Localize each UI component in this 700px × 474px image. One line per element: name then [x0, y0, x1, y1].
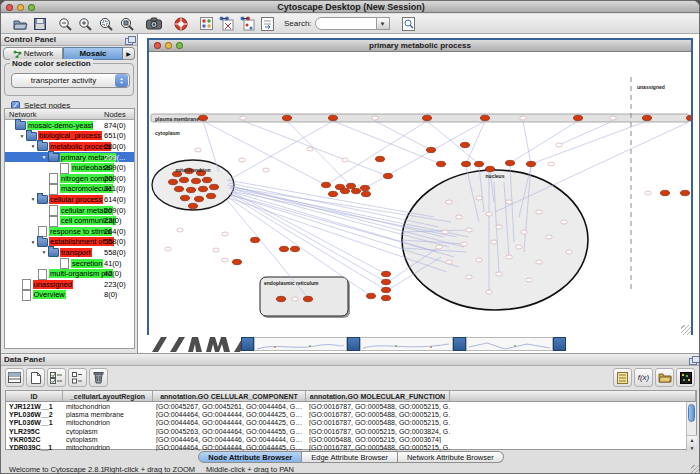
graph-node-unmatched[interactable] — [222, 258, 228, 262]
graph-node-selected-attribute[interactable] — [480, 115, 489, 120]
tree-item-biological-process[interactable]: ▼biological_process651(0) — [5, 131, 134, 142]
graph-node-selected-attribute[interactable] — [168, 179, 177, 184]
graph-node-selected-attribute[interactable] — [321, 182, 330, 187]
column-header[interactable]: annotation.GO CELLULAR_COMPONENT — [153, 391, 306, 401]
graph-node-selected-attribute[interactable] — [282, 115, 291, 120]
network-overlay-b-button[interactable] — [240, 16, 255, 32]
zoom-fit-button[interactable] — [119, 16, 134, 32]
tree-item-cellular-process[interactable]: ▼cellular process614(0) — [5, 194, 134, 205]
graph-node-unmatched[interactable] — [307, 147, 313, 151]
graph-node-selected-attribute[interactable] — [340, 188, 349, 193]
help-button[interactable] — [174, 16, 188, 32]
graph-node-unmatched[interactable] — [561, 220, 567, 224]
graph-node-selected-attribute[interactable] — [460, 142, 469, 147]
network-canvas[interactable]: plasma membranecytoplasmmitochondrionnuc… — [149, 52, 691, 335]
graph-node-unmatched[interactable] — [521, 230, 527, 234]
graph-node-unmatched[interactable] — [292, 297, 298, 301]
delete-attribute-button[interactable] — [89, 368, 108, 387]
graph-node-selected-attribute[interactable] — [191, 178, 200, 183]
graph-node-unmatched[interactable] — [491, 240, 497, 244]
import-attributes-button[interactable] — [655, 368, 674, 387]
scrollbar-arrows[interactable]: ▲▼ — [687, 435, 697, 451]
background-window-fragment[interactable] — [241, 337, 254, 351]
tree-item-transport[interactable]: ▼transport558(0) — [5, 247, 134, 258]
graph-node-unmatched[interactable] — [456, 215, 462, 219]
attribute-table-button[interactable] — [5, 368, 24, 387]
table-row[interactable]: YLR295Ccytoplasm[GO:0045263, GO:0044464,… — [6, 427, 696, 435]
graph-node-unmatched[interactable] — [436, 245, 442, 249]
float-panel-icon[interactable] — [125, 36, 134, 44]
graph-node-selected-attribute[interactable] — [202, 177, 211, 182]
graph-node-selected-attribute[interactable] — [680, 190, 689, 195]
open-session-button[interactable] — [13, 16, 28, 32]
graph-node-unmatched[interactable] — [526, 278, 532, 282]
graph-node-unmatched[interactable] — [546, 235, 552, 239]
graph-node-selected-attribute[interactable] — [209, 184, 218, 189]
background-window-fragment[interactable] — [553, 337, 566, 351]
color-attribute-dropdown[interactable]: transporter activity ▲▼ — [11, 73, 130, 88]
graph-node-unmatched[interactable] — [506, 255, 512, 259]
zoom-in-button[interactable] — [78, 16, 92, 32]
graph-node-unmatched[interactable] — [496, 225, 502, 229]
graph-node-unmatched[interactable] — [536, 210, 542, 214]
graph-node-selected-attribute[interactable] — [188, 203, 197, 208]
graph-node-unmatched[interactable] — [536, 260, 542, 264]
graph-node-selected-attribute[interactable] — [573, 115, 582, 120]
float-panel-icon[interactable] — [689, 356, 698, 364]
tree-item-primary-metabol[interactable]: ▼primary metabol209(... — [5, 152, 134, 163]
tree-item-overview[interactable]: Overview8(0) — [5, 290, 134, 301]
zoom-out-button[interactable] — [58, 16, 72, 32]
search-options-button[interactable] — [402, 16, 415, 32]
tree-item-unassigned[interactable]: unassigned223(0) — [5, 279, 134, 290]
graph-node-unmatched[interactable] — [556, 143, 562, 147]
tree-item-multi-organism-pro[interactable]: multi-organism pro42(0) — [5, 268, 134, 279]
scrollbar-thumb[interactable] — [688, 404, 695, 422]
graph-node-unmatched[interactable] — [610, 116, 616, 120]
tab-network-attribute-browser[interactable]: Network Attribute Browser — [398, 451, 504, 463]
graph-node-unmatched[interactable] — [372, 116, 378, 120]
tree-item-response-to-stimul[interactable]: response to stimul264(0) — [5, 226, 134, 237]
graph-node-selected-attribute[interactable] — [198, 186, 207, 191]
tree-item-mosaic-demo-yeast[interactable]: mosaic-demo-yeast874(0) — [5, 120, 134, 131]
background-window-fragment[interactable] — [254, 337, 347, 351]
network-window-titlebar[interactable]: primary metabolic process — [149, 40, 691, 52]
graph-node-selected-attribute[interactable] — [290, 246, 299, 251]
app-resize-grip[interactable] — [691, 465, 700, 474]
graph-node-selected-attribute[interactable] — [436, 161, 445, 166]
column-header[interactable]: _cellularLayoutRegion — [63, 391, 153, 401]
expand-arrow-icon[interactable]: ▼ — [29, 196, 37, 202]
background-window-fragment[interactable] — [466, 337, 553, 351]
graph-node-selected-attribute[interactable] — [328, 191, 337, 196]
graph-node-selected-attribute[interactable] — [381, 287, 390, 292]
graph-node-selected-attribute[interactable] — [360, 185, 369, 190]
expand-arrow-icon[interactable]: ▼ — [40, 154, 48, 160]
tab-overflow-button[interactable]: ▶ — [123, 47, 135, 60]
tree-item-macromolecule[interactable]: macromolecule311(0) — [5, 184, 134, 195]
graph-node-unmatched[interactable] — [442, 230, 448, 234]
graph-node-unmatched[interactable] — [566, 250, 572, 254]
graph-node-selected-attribute[interactable] — [351, 188, 360, 193]
select-attributes-button[interactable] — [47, 368, 66, 387]
graph-node-unmatched[interactable] — [548, 162, 554, 166]
graph-node-selected-attribute[interactable] — [180, 195, 189, 200]
graph-node-unmatched[interactable] — [496, 272, 502, 276]
expand-arrow-icon[interactable]: ▼ — [40, 249, 48, 255]
graph-node-unmatched[interactable] — [446, 200, 452, 204]
tree-item-nucleobase-[interactable]: nucleobase-209(0) — [5, 162, 134, 173]
graph-node-selected-attribute[interactable] — [174, 186, 183, 191]
graph-node-selected-attribute[interactable] — [303, 296, 312, 301]
graph-node-selected-attribute[interactable] — [660, 190, 669, 195]
graph-node-unmatched[interactable] — [486, 290, 492, 294]
table-row[interactable]: YPL036W__1mitochondrion[GO:0044464, GO:0… — [6, 419, 696, 427]
graph-node-selected-attribute[interactable] — [485, 166, 494, 171]
graph-node-selected-attribute[interactable] — [474, 161, 483, 166]
graph-node-selected-attribute[interactable] — [686, 115, 691, 120]
graph-node-selected-attribute[interactable] — [505, 160, 514, 165]
graph-node-unmatched[interactable] — [263, 168, 269, 172]
graph-node-selected-attribute[interactable] — [186, 187, 195, 192]
graph-node-unmatched[interactable] — [466, 275, 472, 279]
graph-node-unmatched[interactable] — [516, 245, 522, 249]
graph-node-unmatched[interactable] — [520, 116, 526, 120]
table-row[interactable]: YPL036W__2plasma membrane[GO:0044464, GO… — [6, 410, 696, 418]
notepad-button[interactable] — [613, 368, 632, 387]
